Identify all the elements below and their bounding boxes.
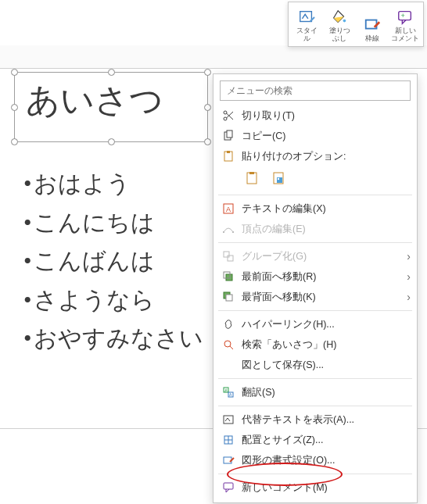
menu-hyperlink[interactable]: ハイパーリンク(H)... xyxy=(214,314,417,334)
svg-rect-20 xyxy=(224,252,229,257)
points-icon xyxy=(220,223,237,235)
separator xyxy=(218,406,412,406)
menu-group: グループ化(G) xyxy=(214,246,417,266)
link-icon xyxy=(220,318,237,331)
bullet-list: おはよう こんにちは こんばんは さようなら おやすみなさい xyxy=(23,164,203,358)
svg-rect-14 xyxy=(277,177,282,183)
search-icon xyxy=(220,338,237,351)
list-item: おやすみなさい xyxy=(23,319,203,358)
menu-send-back[interactable]: 最背面へ移動(K) xyxy=(214,287,417,307)
svg-text:あ: あ xyxy=(224,388,228,392)
svg-point-1 xyxy=(343,20,346,23)
menu-save-picture[interactable]: 図として保存(S)... xyxy=(214,355,417,375)
translate-icon: あA xyxy=(220,386,237,399)
resize-handle[interactable] xyxy=(11,138,18,145)
svg-point-15 xyxy=(278,178,279,180)
menu-search-term[interactable]: 検索「あいさつ」(H) xyxy=(214,334,417,355)
resize-handle[interactable] xyxy=(204,104,211,111)
menu-label: 切り取り(T) xyxy=(237,109,409,123)
svg-rect-18 xyxy=(223,231,224,233)
paste-picture[interactable] xyxy=(268,168,290,188)
svg-rect-10 xyxy=(227,151,230,153)
list-item: さようなら xyxy=(23,281,203,320)
menu-label: 頂点の編集(E) xyxy=(237,223,409,236)
menu-search xyxy=(220,80,411,101)
svg-point-26 xyxy=(224,341,231,347)
svg-rect-21 xyxy=(228,256,233,261)
menu-edit-text[interactable]: A テキストの編集(X) xyxy=(214,198,417,219)
style-label: スタイ ル xyxy=(296,27,318,43)
list-item: こんにちは xyxy=(23,203,203,242)
svg-rect-11 xyxy=(247,173,257,184)
outline-button[interactable]: 枠線 xyxy=(356,4,389,45)
list-item: おはよう xyxy=(23,164,203,203)
fill-label: 塗りつ ぶし xyxy=(329,27,350,43)
menu-label: 新しいコメント(M) xyxy=(237,481,409,495)
separator xyxy=(218,195,412,195)
svg-text:A: A xyxy=(229,392,232,397)
menu-label: コピー(C) xyxy=(237,130,409,143)
svg-rect-22 xyxy=(226,274,232,281)
ruler-area xyxy=(0,45,427,69)
menu-new-comment[interactable]: 新しいコメント(M) xyxy=(214,477,417,498)
paste-use-destination[interactable] xyxy=(242,168,264,188)
menu-cut[interactable]: 切り取り(T) xyxy=(214,105,417,126)
menu-size-position[interactable]: 配置とサイズ(Z)... xyxy=(214,430,417,450)
separator xyxy=(218,474,412,474)
menu-label: ハイパーリンク(H)... xyxy=(237,318,409,331)
svg-rect-12 xyxy=(249,172,254,174)
menu-bring-front[interactable]: 最前面へ移動(R) xyxy=(214,266,417,287)
menu-search-input[interactable] xyxy=(220,80,411,101)
svg-text:A: A xyxy=(226,206,231,213)
list-item: こんばんは xyxy=(23,241,203,281)
menu-label: 最前面へ移動(R) xyxy=(237,270,409,284)
title-textbox[interactable]: あいさつ xyxy=(14,72,208,142)
svg-rect-8 xyxy=(227,130,232,138)
resize-handle[interactable] xyxy=(108,69,115,76)
menu-label: 最背面へ移動(K) xyxy=(237,291,409,304)
menu-copy[interactable]: コピー(C) xyxy=(214,126,417,146)
svg-rect-25 xyxy=(226,295,232,301)
title-text: あいさつ xyxy=(15,73,207,129)
style-button[interactable]: スタイ ル xyxy=(290,4,323,45)
copy-icon xyxy=(220,130,237,142)
resize-handle[interactable] xyxy=(204,69,211,76)
text-icon: A xyxy=(220,202,237,215)
menu-label: 代替テキストを表示(A)... xyxy=(237,413,409,427)
alt-text-icon xyxy=(220,413,237,426)
new-comment-label: 新しい コメント xyxy=(391,27,419,43)
new-comment-button[interactable]: + 新しい コメント xyxy=(389,4,422,45)
group-icon xyxy=(220,250,237,263)
format-icon xyxy=(220,454,237,466)
menu-label: 貼り付けのオプション: xyxy=(237,150,409,163)
outline-label: 枠線 xyxy=(365,35,379,43)
paste-options-row xyxy=(214,166,417,191)
menu-label: テキストの編集(X) xyxy=(237,202,409,216)
separator xyxy=(218,310,412,311)
svg-rect-34 xyxy=(224,483,233,489)
context-menu: 切り取り(T) コピー(C) 貼り付けのオプション: A テキストの編集(X) … xyxy=(213,73,418,503)
menu-paste-options: 貼り付けのオプション: xyxy=(214,146,417,166)
comment-icon: + xyxy=(396,7,414,27)
separator xyxy=(218,242,412,243)
resize-handle[interactable] xyxy=(11,104,18,111)
menu-label: 図として保存(S)... xyxy=(237,359,409,372)
menu-label: 検索「あいさつ」(H) xyxy=(237,338,409,352)
menu-label: 図形の書式設定(O)... xyxy=(237,454,409,467)
resize-handle[interactable] xyxy=(108,138,115,145)
resize-handle[interactable] xyxy=(204,138,211,145)
fill-button[interactable]: 塗りつ ぶし xyxy=(323,4,356,45)
svg-rect-33 xyxy=(224,457,231,463)
outline-icon xyxy=(364,15,381,35)
comment-icon xyxy=(220,481,237,494)
menu-alt-text[interactable]: 代替テキストを表示(A)... xyxy=(214,409,417,430)
fill-icon xyxy=(331,7,348,27)
size-icon xyxy=(220,434,237,446)
menu-translate[interactable]: あA 翻訳(S) xyxy=(214,382,417,402)
resize-handle[interactable] xyxy=(11,69,18,76)
menu-label: グループ化(G) xyxy=(237,250,409,263)
scissors-icon xyxy=(220,109,237,122)
menu-format-shape[interactable]: 図形の書式設定(O)... xyxy=(214,450,417,470)
menu-edit-points: 頂点の編集(E) xyxy=(214,219,417,239)
menu-label: 配置とサイズ(Z)... xyxy=(237,434,409,447)
